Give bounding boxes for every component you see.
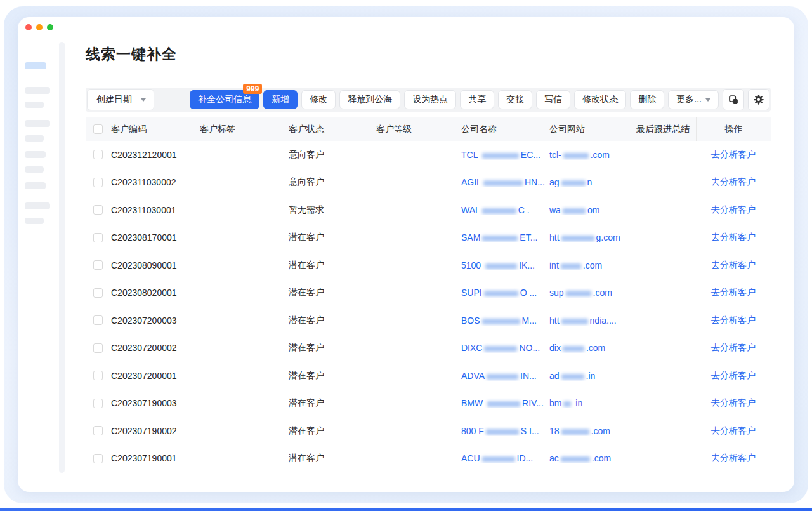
- analyze-customer-link[interactable]: 去分析客户: [711, 204, 756, 215]
- table-row: C202307200003 潜在客户 BOSM... httndia.... 去…: [86, 307, 771, 335]
- company-post: M...: [522, 315, 537, 326]
- minimize-dot[interactable]: [36, 24, 43, 30]
- company-website-link[interactable]: httg.com: [549, 232, 636, 242]
- site-redacted: [561, 180, 586, 186]
- company-website-link[interactable]: 18.com: [549, 426, 636, 436]
- company-name-link[interactable]: 5100 IK...: [461, 260, 549, 270]
- customer-code: C202308170001: [111, 232, 200, 242]
- select-all-checkbox[interactable]: [93, 124, 103, 134]
- toolbar-button[interactable]: 共享: [460, 90, 494, 109]
- company-name-link[interactable]: BMW RIV...: [461, 398, 549, 408]
- sidebar-item-active[interactable]: [25, 62, 46, 69]
- company-website-link[interactable]: httndia....: [549, 315, 636, 326]
- company-name-link[interactable]: WALC .: [461, 205, 549, 215]
- sidebar-divider: [59, 42, 65, 473]
- company-website-link[interactable]: dix.com: [549, 343, 636, 353]
- company-name-link[interactable]: ADVAIN...: [461, 371, 549, 381]
- analyze-customer-link[interactable]: 去分析客户: [711, 287, 756, 297]
- row-checkbox[interactable]: [93, 343, 103, 353]
- toolbar-button[interactable]: 修改状态: [574, 90, 626, 109]
- company-name-link[interactable]: AGILHN...: [461, 177, 549, 187]
- select-all-checkbox-cell: [86, 124, 111, 134]
- company-redacted: [487, 374, 518, 380]
- row-checkbox[interactable]: [93, 371, 103, 380]
- row-checkbox[interactable]: [93, 454, 103, 463]
- toolbar-button[interactable]: 删除: [630, 90, 664, 109]
- customer-status: 意向客户: [289, 176, 376, 188]
- company-name-link[interactable]: ACUID...: [461, 453, 549, 463]
- company-website-link[interactable]: ac.com: [549, 453, 636, 463]
- company-name-link[interactable]: SAMET...: [461, 232, 549, 242]
- company-website-link[interactable]: int.com: [549, 260, 636, 270]
- analyze-customer-link[interactable]: 去分析客户: [711, 315, 756, 325]
- row-checkbox[interactable]: [93, 315, 103, 325]
- col-last-followup[interactable]: 最后跟进总结: [636, 124, 696, 135]
- row-checkbox[interactable]: [93, 288, 103, 298]
- row-checkbox[interactable]: [93, 205, 103, 215]
- analyze-customer-link[interactable]: 去分析客户: [711, 453, 756, 463]
- company-website-link[interactable]: sup.com: [549, 288, 636, 298]
- toolbar-buttons: 补全公司信息 999 新增 修改释放到公海设为热点共享交接写信修改状态删除 更多…: [190, 89, 769, 110]
- chevron-down-icon: [705, 98, 710, 102]
- row-checkbox[interactable]: [93, 233, 103, 242]
- more-button[interactable]: 更多...: [668, 90, 719, 109]
- col-company-website[interactable]: 公司网站: [549, 124, 636, 135]
- toolbar-button[interactable]: 设为热点: [404, 90, 456, 109]
- col-customer-level[interactable]: 客户等级: [376, 124, 461, 135]
- company-website-link[interactable]: ad.in: [549, 371, 636, 381]
- site-pre: ad: [549, 371, 560, 381]
- company-website-link[interactable]: waom: [549, 205, 636, 215]
- toolbar-button[interactable]: 写信: [536, 90, 570, 109]
- site-redacted: [561, 319, 588, 324]
- table-row: C202307200001 潜在客户 ADVAIN... ad.in 去分析客户: [86, 362, 771, 390]
- customer-status: 潜在客户: [289, 260, 376, 271]
- site-redacted: [561, 236, 594, 241]
- toolbar-button[interactable]: 修改: [301, 90, 336, 109]
- toolbar-button[interactable]: 释放到公海: [339, 90, 400, 109]
- table-row: C202308020001 潜在客户 SUPIO ... sup.com 去分析…: [86, 279, 771, 307]
- col-company-name[interactable]: 公司名称: [461, 124, 549, 135]
- row-checkbox[interactable]: [93, 178, 103, 187]
- analyze-customer-link[interactable]: 去分析客户: [711, 425, 756, 435]
- company-name-link[interactable]: 800 FS I...: [461, 426, 549, 436]
- toolbar-button[interactable]: 交接: [498, 90, 532, 109]
- customer-status: 潜在客户: [289, 397, 376, 409]
- site-pre: tcl-: [549, 150, 561, 160]
- company-website-link[interactable]: agn: [549, 177, 636, 187]
- row-checkbox[interactable]: [93, 399, 103, 408]
- close-dot[interactable]: [25, 24, 32, 30]
- settings-button[interactable]: [748, 89, 769, 110]
- sync-button[interactable]: [723, 89, 744, 110]
- company-pre: SAM: [461, 232, 480, 242]
- page: 线索一键补全 创建日期 补全公司信息 999 新增 修改释放到公海设为热点共享交…: [0, 0, 812, 511]
- company-website-link[interactable]: bm in: [549, 398, 636, 408]
- company-name-link[interactable]: SUPIO ...: [461, 288, 549, 298]
- col-customer-tag[interactable]: 客户标签: [200, 124, 289, 135]
- analyze-customer-link[interactable]: 去分析客户: [711, 176, 756, 187]
- company-name-link[interactable]: TCL EC...: [461, 150, 549, 160]
- company-post: ID...: [517, 453, 534, 463]
- company-pre: WAL: [461, 205, 480, 215]
- analyze-customer-link[interactable]: 去分析客户: [711, 149, 756, 159]
- row-checkbox[interactable]: [93, 260, 103, 270]
- col-customer-status[interactable]: 客户状态: [289, 124, 376, 135]
- company-post: S I...: [521, 426, 539, 436]
- analyze-customer-link[interactable]: 去分析客户: [711, 260, 756, 270]
- company-redacted: [483, 180, 523, 186]
- analyze-customer-link[interactable]: 去分析客户: [711, 232, 756, 242]
- add-button[interactable]: 新增: [263, 90, 298, 109]
- analyze-customer-link[interactable]: 去分析客户: [711, 370, 756, 380]
- date-filter-dropdown[interactable]: 创建日期: [87, 89, 154, 110]
- row-checkbox[interactable]: [93, 426, 103, 435]
- company-post: HN...: [525, 177, 545, 187]
- company-pre: TCL: [461, 150, 480, 160]
- analyze-customer-link[interactable]: 去分析客户: [711, 397, 756, 408]
- company-website-link[interactable]: tcl-.com: [549, 150, 636, 160]
- row-checkbox[interactable]: [93, 150, 103, 159]
- maximize-dot[interactable]: [47, 24, 53, 30]
- company-name-link[interactable]: DIXCNO...: [461, 343, 549, 353]
- col-customer-code[interactable]: 客户编码: [111, 124, 200, 135]
- company-name-link[interactable]: BOSM...: [461, 315, 549, 326]
- analyze-customer-link[interactable]: 去分析客户: [711, 342, 756, 352]
- site-post: .com: [591, 426, 610, 436]
